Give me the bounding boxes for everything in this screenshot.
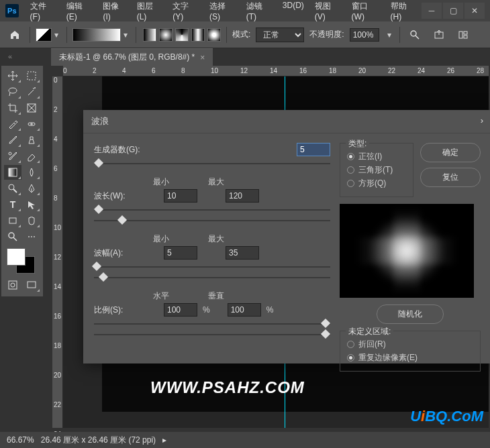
more-tools-icon[interactable]: ⋯ xyxy=(23,229,40,244)
ok-button[interactable]: 确定 xyxy=(420,143,481,162)
opacity-input[interactable] xyxy=(350,28,379,42)
chevron-down-icon[interactable]: ▾ xyxy=(385,28,394,42)
type-sine-radio[interactable]: 正弦(I) xyxy=(347,151,406,162)
menu-file[interactable]: 文件(F) xyxy=(26,0,60,24)
ruler-tick: 12 xyxy=(240,67,248,74)
undef-wrap-radio[interactable]: 折回(R) xyxy=(347,339,473,350)
max-label: 最大 xyxy=(208,176,224,188)
zoom-level[interactable]: 66.67% xyxy=(7,435,34,445)
scale-vert-slider[interactable] xyxy=(94,330,330,339)
eraser-tool-icon[interactable] xyxy=(23,149,40,164)
marquee-tool-icon[interactable] xyxy=(23,68,40,83)
gradient-reflected-icon[interactable] xyxy=(191,28,205,42)
min-label: 最小 xyxy=(153,233,169,245)
menu-window[interactable]: 窗口(W) xyxy=(347,0,385,24)
chevron-right-icon[interactable]: ▸ xyxy=(162,435,166,445)
menu-image[interactable]: 图像(I) xyxy=(98,0,130,24)
tab-close-icon[interactable]: × xyxy=(200,53,205,62)
wavelength-min-input[interactable] xyxy=(164,189,197,203)
workspace-icon[interactable] xyxy=(454,25,473,44)
undef-repeat-radio[interactable]: 重复边缘像素(E) xyxy=(347,352,473,363)
home-icon[interactable] xyxy=(5,25,24,44)
wavelength-max-slider[interactable] xyxy=(94,216,330,225)
screenmode-icon[interactable] xyxy=(23,278,40,292)
scale-horiz-input[interactable] xyxy=(164,303,197,317)
gradient-linear-icon[interactable] xyxy=(143,28,156,42)
chevron-down-icon[interactable]: ▾ xyxy=(52,28,61,42)
type-square-radio[interactable]: 方形(Q) xyxy=(347,178,406,189)
color-picker[interactable] xyxy=(4,248,39,275)
amplitude-min-input[interactable] xyxy=(164,246,197,260)
generators-input[interactable] xyxy=(297,143,330,156)
scale-vert-input[interactable] xyxy=(228,303,261,317)
percent-label: % xyxy=(266,305,274,315)
magic-wand-tool-icon[interactable] xyxy=(23,85,40,99)
ruler-tick: 8 xyxy=(54,194,58,202)
gradient-picker[interactable]: ▾ xyxy=(72,28,130,42)
amplitude-min-slider[interactable] xyxy=(94,262,330,272)
move-tool-icon[interactable] xyxy=(4,68,21,83)
close-window-button[interactable]: ✕ xyxy=(464,3,485,19)
percent-label: % xyxy=(203,305,210,315)
frame-tool-icon[interactable] xyxy=(23,101,40,115)
eyedropper-tool-icon[interactable] xyxy=(4,117,21,131)
randomize-button[interactable]: 随机化 xyxy=(377,304,444,324)
zoom-tool-icon[interactable] xyxy=(4,229,21,244)
hand-tool-icon[interactable] xyxy=(23,213,40,228)
blend-mode-select[interactable]: 正常 xyxy=(256,27,304,42)
menu-filter[interactable]: 滤镜(T) xyxy=(242,0,277,24)
type-triangle-radio[interactable]: 三角形(T) xyxy=(347,164,406,176)
healing-brush-tool-icon[interactable] xyxy=(23,117,40,131)
chevron-down-icon[interactable]: ▾ xyxy=(121,28,130,42)
brush-tool-icon[interactable] xyxy=(4,133,21,148)
pen-tool-icon[interactable] xyxy=(23,181,40,196)
horizontal-ruler[interactable]: 0246810121416182022242628 xyxy=(63,66,489,76)
dialog-close-icon[interactable]: › xyxy=(481,115,483,127)
search-icon[interactable] xyxy=(405,25,424,44)
divider xyxy=(136,27,136,43)
menu-select[interactable]: 选择(S) xyxy=(205,0,240,24)
menu-help[interactable]: 帮助(H) xyxy=(386,0,422,24)
menu-view[interactable]: 视图(V) xyxy=(310,0,346,24)
amplitude-max-slider[interactable] xyxy=(94,273,330,282)
history-brush-tool-icon[interactable] xyxy=(4,149,21,164)
amplitude-max-input[interactable] xyxy=(226,246,259,260)
minimize-button[interactable]: ─ xyxy=(422,3,442,19)
gradient-diamond-icon[interactable] xyxy=(207,28,221,42)
opacity-label: 不透明度: xyxy=(309,29,344,40)
share-icon[interactable] xyxy=(430,25,448,44)
vertical-ruler[interactable]: 024681012141618202224 xyxy=(52,76,63,428)
menu-type[interactable]: 文字(Y) xyxy=(168,0,203,24)
blur-tool-icon[interactable] xyxy=(23,165,40,180)
quickmask-icon[interactable] xyxy=(4,278,21,292)
generators-slider[interactable] xyxy=(94,159,330,168)
dodge-tool-icon[interactable] xyxy=(4,181,21,196)
menu-layer[interactable]: 图层(L) xyxy=(132,0,166,24)
path-select-tool-icon[interactable] xyxy=(23,197,40,212)
clone-stamp-tool-icon[interactable] xyxy=(23,133,40,148)
gradient-radial-icon[interactable] xyxy=(159,28,173,42)
gradient-tool-icon[interactable] xyxy=(4,165,21,180)
menu-edit[interactable]: 编辑(E) xyxy=(62,0,97,24)
crop-tool-icon[interactable] xyxy=(4,101,21,115)
type-group-label: 类型: xyxy=(346,138,369,150)
menu-3d[interactable]: 3D(D) xyxy=(278,0,309,24)
lasso-tool-icon[interactable] xyxy=(4,85,21,99)
gradient-type-buttons xyxy=(143,28,221,42)
maximize-button[interactable]: ▢ xyxy=(443,3,463,19)
scale-horiz-slider[interactable] xyxy=(94,319,330,329)
wavelength-max-input[interactable] xyxy=(226,189,259,203)
reset-button[interactable]: 复位 xyxy=(420,168,481,187)
rectangle-tool-icon[interactable] xyxy=(4,213,21,228)
gradient-preview[interactable] xyxy=(72,28,121,42)
type-tool-icon[interactable]: T xyxy=(4,197,21,212)
foreground-swatch[interactable]: ▾ xyxy=(36,28,61,42)
wavelength-min-slider[interactable] xyxy=(94,205,330,215)
foreground-color[interactable] xyxy=(7,248,26,266)
gradient-angle-icon[interactable] xyxy=(175,28,189,42)
dialog-titlebar[interactable]: 波浪 › xyxy=(83,110,490,133)
collapse-handle-icon[interactable]: « xyxy=(8,52,12,60)
document-tab[interactable]: 未标题-1 @ 66.7% (图层 0, RGB/8#) * × xyxy=(51,48,213,66)
undefined-label: 未定义区域: xyxy=(346,326,393,337)
divider xyxy=(399,27,400,43)
